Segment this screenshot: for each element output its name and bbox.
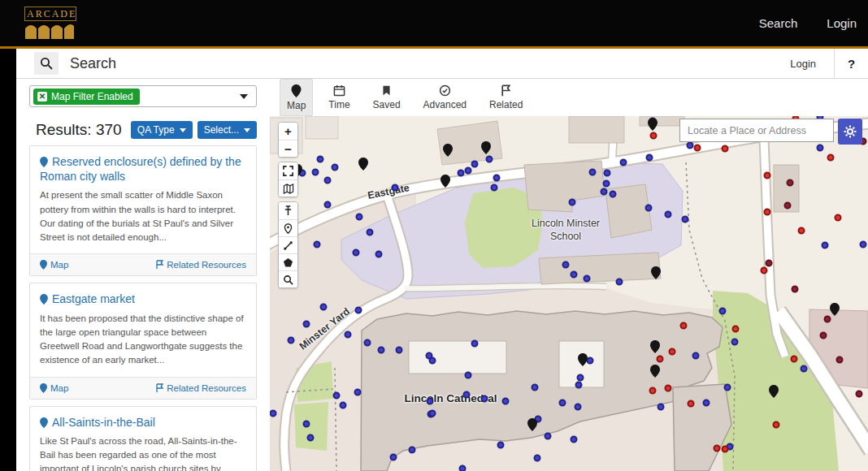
- map-marker-blue[interactable]: [390, 454, 397, 461]
- map-marker-blue[interactable]: [534, 455, 541, 462]
- map-marker-blue[interactable]: [367, 229, 374, 236]
- tab-map[interactable]: Map: [280, 79, 313, 116]
- map-marker-blue[interactable]: [354, 389, 362, 396]
- navbar-search-link[interactable]: Search: [759, 16, 798, 30]
- map-marker-blue[interactable]: [345, 331, 352, 339]
- zoom-in-button[interactable]: +: [279, 123, 297, 140]
- map-marker-dark-red[interactable]: [766, 260, 773, 267]
- map-marker-blue[interactable]: [320, 304, 328, 311]
- map-marker-blue[interactable]: [497, 442, 505, 449]
- map-marker-red[interactable]: [798, 227, 805, 235]
- map-marker-red[interactable]: [657, 356, 664, 363]
- map-marker-blue[interactable]: [571, 436, 578, 443]
- map-marker-blue[interactable]: [303, 421, 310, 428]
- point-marker-tool[interactable]: [279, 219, 297, 236]
- map-marker-blue[interactable]: [692, 352, 700, 360]
- map-marker-red[interactable]: [791, 356, 798, 363]
- map-marker-black-pin[interactable]: [650, 365, 660, 378]
- map-marker-blue[interactable]: [378, 347, 385, 354]
- map-marker-blue[interactable]: [493, 175, 501, 182]
- map-marker-black-pin[interactable]: [830, 303, 840, 316]
- map-marker-red[interactable]: [665, 385, 672, 392]
- map-marker-blue[interactable]: [860, 241, 867, 248]
- map-settings-button[interactable]: [838, 119, 862, 145]
- map-marker-blue[interactable]: [719, 308, 727, 315]
- map-marker-blue[interactable]: [571, 271, 578, 279]
- map-marker-black-pin[interactable]: [441, 175, 450, 188]
- expand-icon[interactable]: [279, 162, 297, 179]
- map-marker-blue[interactable]: [427, 398, 434, 405]
- map-marker-blue[interactable]: [307, 434, 315, 442]
- map-marker-red[interactable]: [722, 446, 729, 453]
- result-title-link[interactable]: Reserved enclosure(s) defined by the Rom…: [40, 154, 246, 184]
- map-marker-blue[interactable]: [332, 164, 339, 171]
- basemap-icon[interactable]: [279, 179, 297, 197]
- filter-dropdown[interactable]: ✕ Map Filter Enabled: [29, 85, 257, 107]
- map-marker-blue[interactable]: [603, 180, 610, 188]
- help-button[interactable]: ?: [834, 49, 868, 78]
- map-marker-blue[interactable]: [340, 402, 347, 409]
- map-marker-blue[interactable]: [682, 216, 689, 223]
- map-marker-blue[interactable]: [458, 170, 465, 177]
- map-marker-blue[interactable]: [620, 159, 627, 166]
- map-marker-blue[interactable]: [731, 339, 739, 346]
- map-marker-blue[interactable]: [481, 395, 488, 403]
- map-marker-blue[interactable]: [471, 161, 479, 168]
- arcade-logo[interactable]: ARCADE: [24, 6, 76, 41]
- map-marker-red[interactable]: [761, 267, 768, 274]
- result-map-link[interactable]: Map: [40, 260, 68, 270]
- map-marker-blue[interactable]: [562, 261, 570, 269]
- map-marker-blue[interactable]: [575, 382, 583, 389]
- map-marker-blue[interactable]: [569, 199, 576, 206]
- map-marker-blue[interactable]: [658, 404, 665, 411]
- map-marker-red[interactable]: [764, 209, 771, 216]
- map-marker-blue[interactable]: [604, 170, 611, 177]
- result-title-link[interactable]: Eastgate market: [40, 292, 246, 306]
- map-marker-red[interactable]: [764, 172, 771, 179]
- map-marker-blue[interactable]: [324, 177, 332, 184]
- map-marker-dark-red[interactable]: [784, 202, 792, 210]
- map-marker-blue[interactable]: [703, 400, 710, 407]
- map-marker-blue[interactable]: [532, 384, 539, 391]
- map-marker-blue[interactable]: [392, 184, 399, 192]
- map-marker-black-pin[interactable]: [443, 144, 453, 157]
- zoom-out-button[interactable]: −: [279, 140, 297, 157]
- map-marker-blue[interactable]: [584, 275, 591, 283]
- map-marker-black-pin[interactable]: [481, 141, 491, 154]
- map-marker-blue[interactable]: [429, 410, 436, 417]
- map-marker-blue[interactable]: [645, 205, 653, 212]
- map-marker-dark-red[interactable]: [824, 316, 831, 323]
- map-marker-red[interactable]: [688, 400, 695, 408]
- map-marker-blue[interactable]: [270, 410, 277, 417]
- map-marker-blue[interactable]: [577, 374, 584, 382]
- map-marker-blue[interactable]: [724, 384, 731, 391]
- draw-polygon-tool[interactable]: [279, 253, 297, 270]
- navbar-login-link[interactable]: Login: [827, 16, 857, 30]
- map-marker-blue[interactable]: [801, 365, 808, 373]
- map-marker-black-pin[interactable]: [527, 418, 537, 431]
- map-marker-blue[interactable]: [356, 214, 363, 221]
- map-marker-blue[interactable]: [317, 156, 324, 163]
- map-marker-black-pin[interactable]: [769, 385, 779, 398]
- map-marker-red[interactable]: [722, 145, 729, 153]
- map-marker-blue[interactable]: [459, 465, 467, 471]
- map-marker-dark-red[interactable]: [856, 391, 863, 398]
- map-marker-red[interactable]: [669, 348, 676, 356]
- map-marker-blue[interactable]: [559, 400, 566, 407]
- remove-filter-icon[interactable]: ✕: [37, 92, 47, 102]
- map-marker-blue[interactable]: [822, 242, 829, 249]
- draw-line-tool[interactable]: [279, 236, 297, 253]
- tab-time[interactable]: Time: [321, 79, 357, 116]
- map-marker-red[interactable]: [714, 445, 721, 452]
- map-marker-blue[interactable]: [491, 184, 498, 192]
- map-marker-red[interactable]: [650, 132, 658, 140]
- map-marker-blue[interactable]: [616, 279, 623, 286]
- map-marker-blue[interactable]: [355, 307, 362, 314]
- tab-saved[interactable]: Saved: [366, 79, 408, 116]
- map-marker-red[interactable]: [835, 214, 842, 222]
- map-marker-blue[interactable]: [303, 321, 310, 328]
- map-marker-red[interactable]: [694, 145, 701, 152]
- map-marker-blue[interactable]: [312, 169, 319, 176]
- tab-advanced[interactable]: Advanced: [416, 79, 474, 116]
- map-marker-blue[interactable]: [409, 447, 416, 454]
